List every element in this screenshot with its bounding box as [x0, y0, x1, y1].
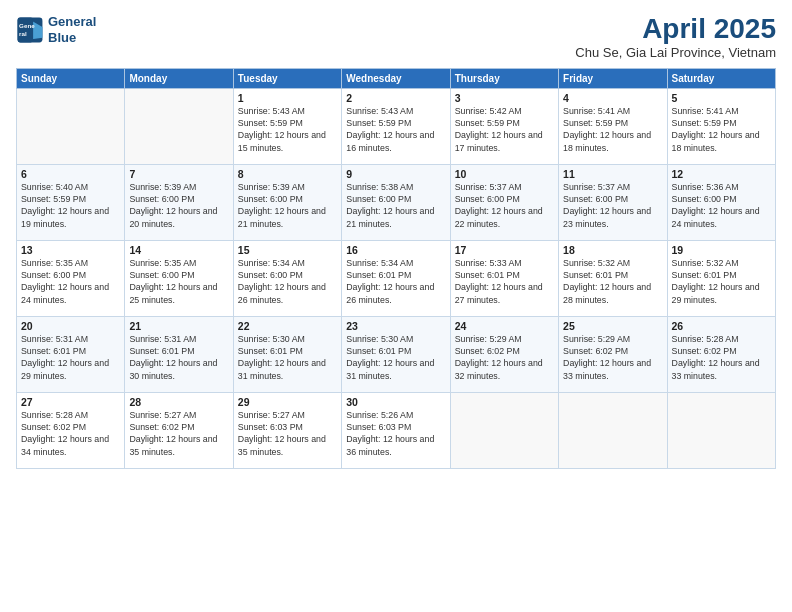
calendar-cell: 13Sunrise: 5:35 AM Sunset: 6:00 PM Dayli…: [17, 240, 125, 316]
calendar-week-5: 27Sunrise: 5:28 AM Sunset: 6:02 PM Dayli…: [17, 392, 776, 468]
day-info: Sunrise: 5:31 AM Sunset: 6:01 PM Dayligh…: [129, 333, 228, 382]
calendar-cell: 29Sunrise: 5:27 AM Sunset: 6:03 PM Dayli…: [233, 392, 341, 468]
day-info: Sunrise: 5:35 AM Sunset: 6:00 PM Dayligh…: [21, 257, 120, 306]
weekday-header-monday: Monday: [125, 68, 233, 88]
day-info: Sunrise: 5:27 AM Sunset: 6:02 PM Dayligh…: [129, 409, 228, 458]
day-info: Sunrise: 5:36 AM Sunset: 6:00 PM Dayligh…: [672, 181, 771, 230]
day-number: 7: [129, 168, 228, 180]
month-title: April 2025: [575, 14, 776, 45]
calendar-cell: 21Sunrise: 5:31 AM Sunset: 6:01 PM Dayli…: [125, 316, 233, 392]
calendar-cell: 26Sunrise: 5:28 AM Sunset: 6:02 PM Dayli…: [667, 316, 775, 392]
calendar-cell: 5Sunrise: 5:41 AM Sunset: 5:59 PM Daylig…: [667, 88, 775, 164]
calendar-cell: 22Sunrise: 5:30 AM Sunset: 6:01 PM Dayli…: [233, 316, 341, 392]
calendar-cell: 3Sunrise: 5:42 AM Sunset: 5:59 PM Daylig…: [450, 88, 558, 164]
calendar-cell: 1Sunrise: 5:43 AM Sunset: 5:59 PM Daylig…: [233, 88, 341, 164]
day-info: Sunrise: 5:31 AM Sunset: 6:01 PM Dayligh…: [21, 333, 120, 382]
calendar-cell: 15Sunrise: 5:34 AM Sunset: 6:00 PM Dayli…: [233, 240, 341, 316]
day-info: Sunrise: 5:37 AM Sunset: 6:00 PM Dayligh…: [455, 181, 554, 230]
day-info: Sunrise: 5:41 AM Sunset: 5:59 PM Dayligh…: [672, 105, 771, 154]
weekday-header-sunday: Sunday: [17, 68, 125, 88]
calendar-cell: 12Sunrise: 5:36 AM Sunset: 6:00 PM Dayli…: [667, 164, 775, 240]
day-info: Sunrise: 5:33 AM Sunset: 6:01 PM Dayligh…: [455, 257, 554, 306]
day-number: 6: [21, 168, 120, 180]
day-info: Sunrise: 5:28 AM Sunset: 6:02 PM Dayligh…: [21, 409, 120, 458]
weekday-header-saturday: Saturday: [667, 68, 775, 88]
day-number: 27: [21, 396, 120, 408]
calendar-cell: 16Sunrise: 5:34 AM Sunset: 6:01 PM Dayli…: [342, 240, 450, 316]
logo: Gene ral General Blue: [16, 14, 96, 45]
calendar-week-3: 13Sunrise: 5:35 AM Sunset: 6:00 PM Dayli…: [17, 240, 776, 316]
day-number: 3: [455, 92, 554, 104]
calendar-cell: 24Sunrise: 5:29 AM Sunset: 6:02 PM Dayli…: [450, 316, 558, 392]
calendar-week-1: 1Sunrise: 5:43 AM Sunset: 5:59 PM Daylig…: [17, 88, 776, 164]
day-info: Sunrise: 5:42 AM Sunset: 5:59 PM Dayligh…: [455, 105, 554, 154]
svg-text:Gene: Gene: [19, 22, 35, 29]
calendar-cell: 18Sunrise: 5:32 AM Sunset: 6:01 PM Dayli…: [559, 240, 667, 316]
calendar-cell: 23Sunrise: 5:30 AM Sunset: 6:01 PM Dayli…: [342, 316, 450, 392]
weekday-header-row: SundayMondayTuesdayWednesdayThursdayFrid…: [17, 68, 776, 88]
day-info: Sunrise: 5:30 AM Sunset: 6:01 PM Dayligh…: [346, 333, 445, 382]
calendar-cell: 17Sunrise: 5:33 AM Sunset: 6:01 PM Dayli…: [450, 240, 558, 316]
day-number: 16: [346, 244, 445, 256]
day-info: Sunrise: 5:26 AM Sunset: 6:03 PM Dayligh…: [346, 409, 445, 458]
calendar-cell: 7Sunrise: 5:39 AM Sunset: 6:00 PM Daylig…: [125, 164, 233, 240]
day-number: 24: [455, 320, 554, 332]
day-info: Sunrise: 5:43 AM Sunset: 5:59 PM Dayligh…: [238, 105, 337, 154]
calendar-cell: 20Sunrise: 5:31 AM Sunset: 6:01 PM Dayli…: [17, 316, 125, 392]
calendar-cell: [667, 392, 775, 468]
weekday-header-wednesday: Wednesday: [342, 68, 450, 88]
calendar-cell: 25Sunrise: 5:29 AM Sunset: 6:02 PM Dayli…: [559, 316, 667, 392]
day-info: Sunrise: 5:39 AM Sunset: 6:00 PM Dayligh…: [238, 181, 337, 230]
day-info: Sunrise: 5:38 AM Sunset: 6:00 PM Dayligh…: [346, 181, 445, 230]
day-number: 12: [672, 168, 771, 180]
calendar-week-4: 20Sunrise: 5:31 AM Sunset: 6:01 PM Dayli…: [17, 316, 776, 392]
day-number: 22: [238, 320, 337, 332]
calendar-cell: [450, 392, 558, 468]
calendar-week-2: 6Sunrise: 5:40 AM Sunset: 5:59 PM Daylig…: [17, 164, 776, 240]
day-info: Sunrise: 5:27 AM Sunset: 6:03 PM Dayligh…: [238, 409, 337, 458]
day-info: Sunrise: 5:35 AM Sunset: 6:00 PM Dayligh…: [129, 257, 228, 306]
day-number: 2: [346, 92, 445, 104]
day-info: Sunrise: 5:37 AM Sunset: 6:00 PM Dayligh…: [563, 181, 662, 230]
weekday-header-tuesday: Tuesday: [233, 68, 341, 88]
day-info: Sunrise: 5:32 AM Sunset: 6:01 PM Dayligh…: [672, 257, 771, 306]
day-number: 13: [21, 244, 120, 256]
calendar-cell: 10Sunrise: 5:37 AM Sunset: 6:00 PM Dayli…: [450, 164, 558, 240]
day-number: 26: [672, 320, 771, 332]
day-number: 11: [563, 168, 662, 180]
day-number: 20: [21, 320, 120, 332]
header: Gene ral General Blue April 2025 Chu Se,…: [16, 14, 776, 60]
calendar-table: SundayMondayTuesdayWednesdayThursdayFrid…: [16, 68, 776, 469]
subtitle: Chu Se, Gia Lai Province, Vietnam: [575, 45, 776, 60]
calendar-cell: 9Sunrise: 5:38 AM Sunset: 6:00 PM Daylig…: [342, 164, 450, 240]
calendar-cell: 11Sunrise: 5:37 AM Sunset: 6:00 PM Dayli…: [559, 164, 667, 240]
calendar-cell: 6Sunrise: 5:40 AM Sunset: 5:59 PM Daylig…: [17, 164, 125, 240]
calendar-cell: [125, 88, 233, 164]
day-number: 1: [238, 92, 337, 104]
calendar-cell: 14Sunrise: 5:35 AM Sunset: 6:00 PM Dayli…: [125, 240, 233, 316]
day-number: 28: [129, 396, 228, 408]
day-info: Sunrise: 5:32 AM Sunset: 6:01 PM Dayligh…: [563, 257, 662, 306]
day-info: Sunrise: 5:29 AM Sunset: 6:02 PM Dayligh…: [563, 333, 662, 382]
day-info: Sunrise: 5:41 AM Sunset: 5:59 PM Dayligh…: [563, 105, 662, 154]
day-info: Sunrise: 5:29 AM Sunset: 6:02 PM Dayligh…: [455, 333, 554, 382]
day-number: 30: [346, 396, 445, 408]
day-number: 8: [238, 168, 337, 180]
day-number: 14: [129, 244, 228, 256]
calendar-cell: 28Sunrise: 5:27 AM Sunset: 6:02 PM Dayli…: [125, 392, 233, 468]
calendar-cell: [17, 88, 125, 164]
title-block: April 2025 Chu Se, Gia Lai Province, Vie…: [575, 14, 776, 60]
day-info: Sunrise: 5:39 AM Sunset: 6:00 PM Dayligh…: [129, 181, 228, 230]
day-info: Sunrise: 5:30 AM Sunset: 6:01 PM Dayligh…: [238, 333, 337, 382]
logo-text: General Blue: [48, 14, 96, 45]
logo-icon: Gene ral: [16, 16, 44, 44]
day-number: 9: [346, 168, 445, 180]
calendar-cell: 4Sunrise: 5:41 AM Sunset: 5:59 PM Daylig…: [559, 88, 667, 164]
day-number: 19: [672, 244, 771, 256]
calendar-cell: 27Sunrise: 5:28 AM Sunset: 6:02 PM Dayli…: [17, 392, 125, 468]
weekday-header-thursday: Thursday: [450, 68, 558, 88]
day-info: Sunrise: 5:34 AM Sunset: 6:01 PM Dayligh…: [346, 257, 445, 306]
day-number: 10: [455, 168, 554, 180]
day-info: Sunrise: 5:28 AM Sunset: 6:02 PM Dayligh…: [672, 333, 771, 382]
day-info: Sunrise: 5:40 AM Sunset: 5:59 PM Dayligh…: [21, 181, 120, 230]
